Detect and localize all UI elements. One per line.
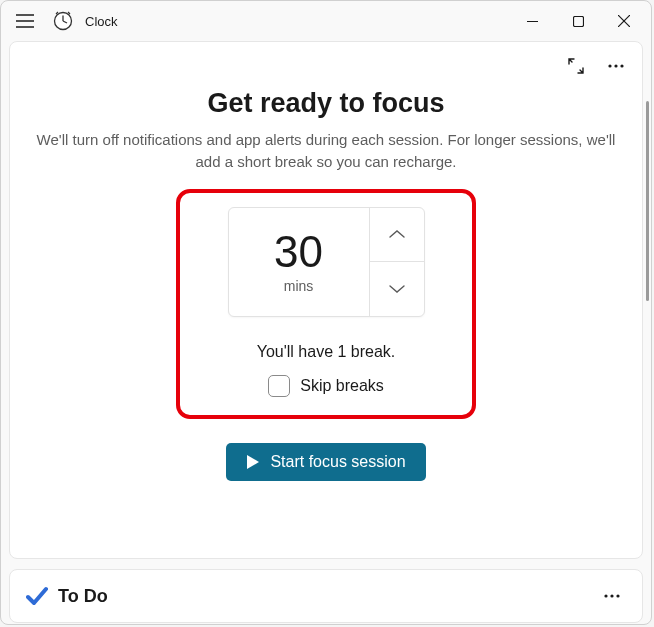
app-title: Clock <box>85 14 118 29</box>
svg-rect-7 <box>573 16 583 26</box>
duration-stepper: 30 mins <box>228 207 425 317</box>
increase-duration-button[interactable] <box>370 208 424 262</box>
more-horizontal-icon <box>604 594 620 598</box>
app-window: Clock <box>0 0 652 625</box>
minimize-icon <box>527 16 538 27</box>
scrollbar-thumb[interactable] <box>646 101 649 301</box>
start-button-label: Start focus session <box>270 453 405 471</box>
todo-card: To Do <box>9 569 643 623</box>
maximize-icon <box>573 16 584 27</box>
svg-point-13 <box>604 594 607 597</box>
content-area: Get ready to focus We'll turn off notifi… <box>1 41 651 624</box>
expand-icon <box>567 57 585 75</box>
skip-breaks-label: Skip breaks <box>300 377 384 395</box>
svg-point-15 <box>616 594 619 597</box>
skip-breaks-checkbox-row[interactable]: Skip breaks <box>268 375 384 397</box>
svg-point-10 <box>608 64 611 67</box>
duration-display[interactable]: 30 mins <box>229 208 369 316</box>
start-focus-session-button[interactable]: Start focus session <box>226 443 425 481</box>
svg-point-11 <box>614 64 617 67</box>
titlebar: Clock <box>1 1 651 41</box>
window-controls <box>509 5 647 37</box>
close-button[interactable] <box>601 5 647 37</box>
todo-check-icon <box>26 585 48 607</box>
chevron-up-icon <box>388 229 406 239</box>
play-icon <box>246 454 260 470</box>
svg-point-12 <box>620 64 623 67</box>
break-count-text: You'll have 1 break. <box>257 343 396 361</box>
focus-session-card: Get ready to focus We'll turn off notifi… <box>9 41 643 559</box>
todo-more-options-button[interactable] <box>598 582 626 610</box>
skip-breaks-checkbox[interactable] <box>268 375 290 397</box>
todo-title: To Do <box>58 586 588 607</box>
expand-button[interactable] <box>562 52 590 80</box>
decrease-duration-button[interactable] <box>370 262 424 316</box>
hamburger-menu-button[interactable] <box>5 1 45 41</box>
duration-highlight-box: 30 mins <box>176 189 476 419</box>
duration-unit: mins <box>284 278 314 294</box>
clock-app-icon <box>53 11 73 31</box>
focus-description: We'll turn off notifications and app ale… <box>36 129 616 173</box>
maximize-button[interactable] <box>555 5 601 37</box>
duration-value: 30 <box>274 230 323 274</box>
focus-heading: Get ready to focus <box>207 88 444 119</box>
minimize-button[interactable] <box>509 5 555 37</box>
more-options-button[interactable] <box>602 52 630 80</box>
hamburger-icon <box>16 14 34 28</box>
more-horizontal-icon <box>608 64 624 68</box>
close-icon <box>618 15 630 27</box>
chevron-down-icon <box>388 284 406 294</box>
svg-point-14 <box>610 594 613 597</box>
